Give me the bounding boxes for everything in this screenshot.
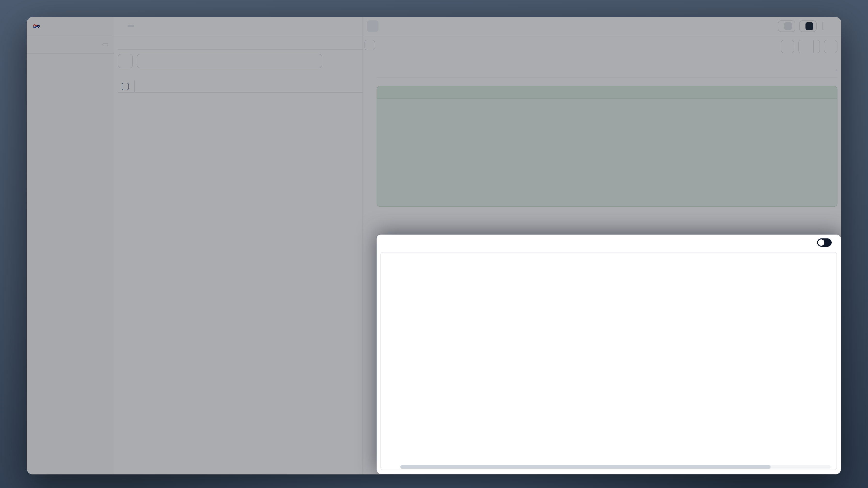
desktop-background <box>0 0 868 488</box>
json-mode-toggle[interactable] <box>817 238 832 247</box>
corrected-output-panel <box>377 235 841 474</box>
horizontal-scrollbar[interactable] <box>400 465 831 468</box>
langfuse-app-window <box>27 17 841 475</box>
json-code-editor[interactable] <box>380 252 837 470</box>
scrollbar-thumb[interactable] <box>400 465 770 468</box>
corrected-output-header <box>377 235 841 250</box>
